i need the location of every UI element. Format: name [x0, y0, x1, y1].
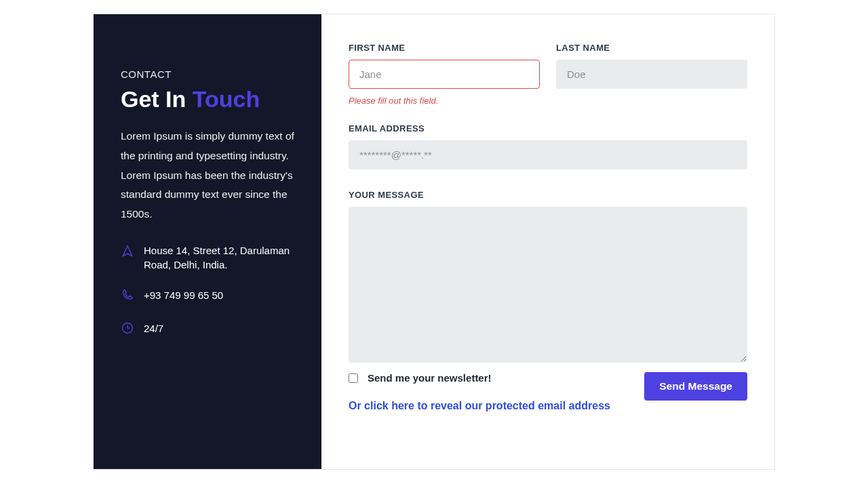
first-name-input[interactable]: [349, 60, 540, 89]
message-label: YOUR MESSAGE: [349, 190, 747, 200]
heading-accent: Touch: [193, 86, 260, 112]
last-name-label: LAST NAME: [556, 43, 747, 53]
newsletter-block: Send me your newsletter! Or click here t…: [349, 372, 610, 412]
first-name-field-group: FIRST NAME Please fill out this field.: [349, 43, 540, 106]
message-field-group: YOUR MESSAGE: [349, 190, 747, 363]
message-textarea[interactable]: [349, 207, 747, 363]
address-row: House 14, Street 12, Darulaman Road, Del…: [121, 243, 294, 272]
hours-text: 24/7: [144, 320, 294, 336]
hours-row: 24/7: [121, 320, 294, 338]
phone-row: +93 749 99 65 50: [121, 287, 294, 305]
location-icon: [121, 245, 134, 262]
email-field-group: EMAIL ADDRESS: [349, 123, 747, 169]
contact-form: FIRST NAME Please fill out this field. L…: [321, 14, 774, 469]
heading: Get In Touch: [121, 87, 294, 112]
clock-icon: [121, 321, 134, 338]
first-name-label: FIRST NAME: [349, 43, 540, 53]
send-message-button[interactable]: Send Message: [644, 372, 747, 401]
eyebrow: CONTACT: [121, 68, 294, 80]
email-label: EMAIL ADDRESS: [349, 123, 747, 134]
phone-text: +93 749 99 65 50: [144, 287, 294, 302]
phone-icon: [121, 288, 134, 305]
contact-sidebar: CONTACT Get In Touch Lorem Ipsum is simp…: [94, 14, 321, 469]
description: Lorem Ipsum is simply dummy text of the …: [121, 127, 294, 224]
contact-card: CONTACT Get In Touch Lorem Ipsum is simp…: [93, 14, 775, 470]
last-name-input[interactable]: [556, 60, 747, 89]
newsletter-label: Send me your newsletter!: [368, 372, 492, 384]
reveal-email-link[interactable]: Or click here to reveal our protected em…: [349, 400, 610, 412]
heading-part1: Get In: [121, 86, 193, 112]
first-name-error: Please fill out this field.: [349, 96, 540, 106]
email-input[interactable]: [349, 140, 747, 169]
address-text: House 14, Street 12, Darulaman Road, Del…: [144, 243, 294, 272]
last-name-field-group: LAST NAME: [556, 43, 747, 106]
newsletter-checkbox[interactable]: [349, 373, 358, 383]
